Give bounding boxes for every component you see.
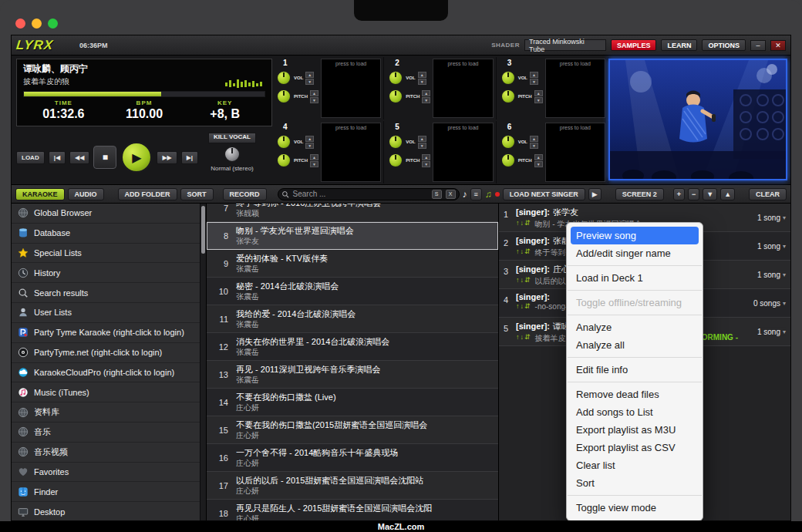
song-row[interactable]: 13再见 - 2011深圳卫视跨年音乐季演唱会张震岳	[207, 361, 498, 389]
chevron-down-icon[interactable]: ▾	[783, 328, 786, 335]
song-row[interactable]: 14不要在我的伤口撒盐 (Live)庄心妍	[207, 389, 498, 416]
pitch-knob[interactable]	[388, 89, 403, 104]
menu-item-sort[interactable]: Sort	[567, 474, 703, 492]
app-minimize-button[interactable]: –	[750, 40, 766, 51]
menu-item-analyze-all[interactable]: Analyze all	[567, 336, 703, 354]
play-button[interactable]: ▶	[120, 141, 153, 173]
volume-knob[interactable]	[276, 70, 291, 86]
scrollbar-thumb[interactable]	[201, 206, 205, 254]
tab-audio[interactable]: AUDIO	[68, 188, 104, 200]
pitch-down-button[interactable]: ▼	[310, 161, 318, 167]
pitch-up-button[interactable]: ▲	[310, 154, 318, 160]
sidebar-item-search-results[interactable]: Search results	[12, 283, 200, 303]
vol-down-button[interactable]: ▼	[418, 79, 426, 85]
menu-item-export-playlist-m3u[interactable]: Export playlist as M3U	[567, 421, 703, 439]
song-row[interactable]: 15不要在我的伤口撒盐(2015甜妍蜜语全国巡回演唱会庄心妍	[207, 416, 498, 444]
volume-knob[interactable]	[500, 70, 516, 86]
pitch-up-button[interactable]: ▲	[310, 90, 318, 96]
vol-down-button[interactable]: ▼	[418, 143, 426, 149]
menu-item-analyze[interactable]: Analyze	[567, 318, 703, 336]
reorder-icons[interactable]: ↑↓⇵	[516, 247, 531, 258]
vol-up-button[interactable]: ▲	[305, 72, 314, 78]
move-up-button[interactable]: ▲	[720, 188, 735, 200]
sidebar-item-partytyme-net[interactable]: PartyTyme.net (right-click to login)	[12, 343, 200, 363]
pitch-up-button[interactable]: ▲	[534, 90, 543, 96]
pitch-knob[interactable]	[388, 153, 403, 168]
vol-up-button[interactable]: ▲	[305, 136, 314, 142]
song-row[interactable]: 16一万个舍不得 - 2014酷狗音乐十年盛典现场庄心妍	[207, 444, 498, 472]
kill-vocal-button[interactable]: KILL VOCAL	[208, 133, 256, 143]
song-row[interactable]: 10秘密 - 2014台北破浪演唱会张震岳	[207, 278, 498, 305]
zoom-in-button[interactable]: +	[673, 188, 685, 200]
song-row[interactable]: 17以后的以后 - 2015甜妍蜜语全国巡回演唱会沈阳站庄心妍	[207, 472, 498, 500]
chevron-down-icon[interactable]: ▾	[783, 271, 786, 278]
vol-up-button[interactable]: ▲	[530, 136, 538, 142]
pitch-down-button[interactable]: ▼	[422, 97, 430, 103]
sidebar-item-history[interactable]: History	[12, 263, 200, 283]
reorder-icons[interactable]: ↑↓⇵	[516, 276, 531, 287]
record-button[interactable]: RECORD	[223, 188, 267, 200]
learn-button[interactable]: LEARN	[661, 39, 697, 51]
clear-button[interactable]: CLEAR	[749, 188, 787, 200]
menu-item-add-songs-to-list[interactable]: Add songs to List	[567, 403, 703, 421]
samples-button[interactable]: SAMPLES	[611, 39, 657, 51]
fast-forward-button[interactable]: ▶▶	[157, 151, 177, 164]
sidebar-item-music-itunes[interactable]: Music (iTunes)	[12, 382, 200, 402]
reorder-icons[interactable]: ↑↓⇵	[516, 302, 531, 311]
zoom-out-button[interactable]: −	[688, 188, 699, 200]
sampler-slot-4[interactable]: 4 VOL▲▼ PITCH▲▼ press to load	[274, 121, 384, 184]
menu-item-edit-file-info[interactable]: Edit file info	[567, 361, 703, 379]
app-close-button[interactable]: ✕	[770, 40, 786, 51]
menu-item-toggle-view-mode[interactable]: Toggle view mode	[567, 499, 703, 517]
sidebar-item-music-video-zh[interactable]: 音乐视频	[12, 443, 200, 463]
sidebar-item-desktop[interactable]: Desktop	[12, 502, 200, 521]
minimize-window-button[interactable]	[32, 19, 42, 29]
slot-screen[interactable]: press to load	[545, 123, 605, 182]
zoom-window-button[interactable]	[48, 19, 58, 29]
mix-mode-knob[interactable]	[224, 146, 241, 163]
menu-item-export-playlist-csv[interactable]: Export playlist as CSV	[567, 439, 703, 456]
slot-screen[interactable]: press to load	[321, 59, 381, 118]
vol-up-button[interactable]: ▲	[530, 72, 538, 78]
track-progress-bar[interactable]	[23, 91, 265, 97]
song-row[interactable]: 11我给的爱 - 2014台北破浪演唱会张震岳	[207, 305, 498, 333]
vol-down-button[interactable]: ▼	[530, 143, 538, 149]
pitch-down-button[interactable]: ▼	[310, 97, 318, 103]
sidebar-item-user-lists[interactable]: User Lists	[12, 303, 200, 323]
vol-down-button[interactable]: ▼	[305, 143, 314, 149]
chevron-down-icon[interactable]: ▾	[783, 243, 786, 250]
song-row[interactable]: 12消失在你的世界里 - 2014台北破浪演唱会张震岳	[207, 333, 498, 361]
volume-knob[interactable]	[276, 134, 291, 150]
shader-select[interactable]: Traced Minkowski Tube	[524, 39, 606, 51]
previous-track-button[interactable]: |◀	[49, 151, 66, 164]
vol-up-button[interactable]: ▲	[418, 136, 426, 142]
slot-screen[interactable]: press to load	[321, 123, 381, 182]
sidebar-scrollbar[interactable]	[200, 204, 206, 521]
pitch-down-button[interactable]: ▼	[422, 161, 430, 167]
sort-button[interactable]: SORT	[180, 188, 214, 200]
reorder-icons[interactable]: ↑↓⇵	[516, 333, 531, 344]
sidebar-item-music-zh[interactable]: 音乐	[12, 423, 200, 443]
pitch-knob[interactable]	[500, 89, 516, 104]
stop-button[interactable]: ■	[93, 146, 116, 169]
pitch-up-button[interactable]: ▲	[422, 154, 430, 160]
sampler-slot-3[interactable]: 3 VOL▲▼ PITCH▲▼ press to load	[498, 57, 608, 120]
move-down-button[interactable]: ▼	[703, 188, 717, 200]
menu-item-load-in-deck-1[interactable]: Load in Deck 1	[567, 269, 703, 287]
sampler-slot-6[interactable]: 6 VOL▲▼ PITCH▲▼ press to load	[498, 121, 608, 184]
volume-knob[interactable]	[388, 134, 403, 150]
screen2-button[interactable]: SCREEN 2	[615, 188, 664, 200]
sidebar-item-special-lists[interactable]: Special Lists	[12, 244, 200, 264]
sidebar-item-karaokecloudpro[interactable]: KaraokeCloudPro (right-click to login)	[12, 363, 200, 383]
sampler-slot-2[interactable]: 2 VOL▲▼ PITCH▲▼ press to load	[386, 57, 496, 120]
pitch-knob[interactable]	[276, 153, 291, 168]
sidebar-item-favorites[interactable]: Favorites	[12, 463, 200, 483]
sidebar-item-party-tyme-karaoke[interactable]: Party Tyme Karaoke (right-click to login…	[12, 323, 200, 343]
music-note-icon[interactable]: ♪	[463, 189, 467, 200]
sampler-slot-1[interactable]: 1 VOL▲▼ PITCH▲▼ press to load	[274, 57, 384, 120]
search-clear-button[interactable]: X	[446, 190, 456, 199]
chevron-down-icon[interactable]: ▾	[783, 300, 786, 307]
chevron-down-icon[interactable]: ▾	[783, 214, 786, 221]
load-next-singer-button[interactable]: LOAD NEXT SINGER	[503, 188, 585, 200]
song-row[interactable]: 18再见只是陌生人 - 2015甜妍蜜语全国巡回演唱会沈阳庄心妍	[207, 500, 498, 521]
